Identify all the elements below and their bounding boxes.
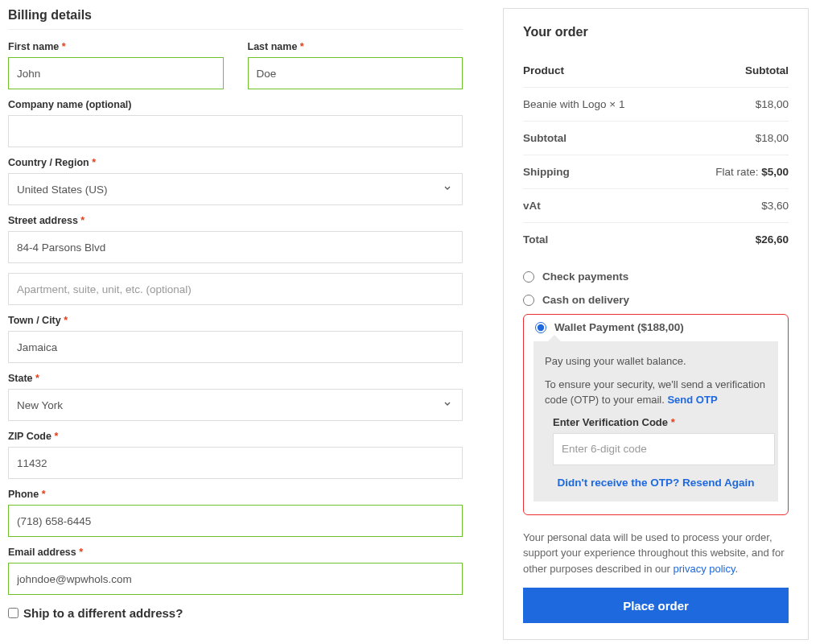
email-label: Email address *: [8, 547, 463, 558]
billing-details-form: Billing details First name * Last name *…: [8, 8, 463, 640]
resend-otp-link[interactable]: Didn't receive the OTP? Resend Again: [557, 477, 754, 489]
street-label: Street address *: [8, 215, 463, 226]
col-subtotal: Subtotal: [745, 64, 789, 76]
privacy-notice: Your personal data will be used to proce…: [523, 530, 789, 577]
total-amount: $26,60: [756, 233, 789, 246]
state-label: State *: [8, 373, 463, 384]
radio-check[interactable]: [523, 271, 534, 283]
subtotal-label: Subtotal: [523, 132, 566, 144]
city-label: Town / City *: [8, 315, 463, 326]
ship-different-label[interactable]: Ship to a different address?: [23, 606, 183, 620]
pay-option-wallet[interactable]: Wallet Payment ($188,00): [524, 315, 788, 336]
ship-different-checkbox[interactable]: [8, 608, 19, 618]
chevron-down-icon: [443, 184, 452, 196]
otp-input[interactable]: [553, 433, 775, 465]
subtotal-amount: $18,00: [756, 132, 789, 144]
company-input[interactable]: [8, 115, 463, 147]
email-input[interactable]: [8, 563, 463, 595]
state-value: New York: [17, 399, 63, 411]
pay-cod-label: Cash on delivery: [542, 294, 629, 306]
country-label: Country / Region *: [8, 157, 463, 168]
pay-wallet-label: Wallet Payment ($188,00): [554, 321, 684, 333]
country-value: United States (US): [17, 184, 108, 196]
last-name-label: Last name *: [248, 41, 464, 52]
radio-cod[interactable]: [523, 295, 534, 306]
last-name-input[interactable]: [248, 57, 464, 89]
wallet-desc: Pay using your wallet balance.: [545, 354, 767, 369]
country-select[interactable]: United States (US): [8, 173, 463, 205]
line-item-amount: $18,00: [756, 98, 789, 110]
send-otp-link[interactable]: Send OTP: [667, 394, 717, 406]
pay-option-cod[interactable]: Cash on delivery: [523, 291, 789, 309]
city-input[interactable]: [8, 331, 463, 363]
vat-amount: $3,60: [761, 200, 789, 212]
place-order-button[interactable]: Place order: [523, 588, 789, 623]
phone-label: Phone *: [8, 489, 463, 500]
zip-label: ZIP Code *: [8, 431, 463, 442]
vat-label: vAt: [523, 200, 541, 212]
phone-input[interactable]: [8, 505, 463, 537]
col-product: Product: [523, 64, 564, 76]
address2-input[interactable]: [8, 273, 463, 305]
order-summary-panel: Your order Product Subtotal Beanie with …: [503, 8, 809, 640]
wallet-payment-box: Wallet Payment ($188,00) Pay using your …: [523, 314, 789, 515]
order-table: Product Subtotal Beanie with Logo × 1 $1…: [523, 54, 789, 256]
wallet-body: Pay using your wallet balance. To ensure…: [534, 341, 778, 502]
address1-input[interactable]: [8, 231, 463, 263]
company-label: Company name (optional): [8, 99, 463, 110]
otp-label: Enter Verification Code *: [553, 416, 767, 428]
state-select[interactable]: New York: [8, 389, 463, 421]
shipping-amount: Flat rate: $5,00: [715, 166, 789, 178]
first-name-input[interactable]: [8, 57, 224, 89]
wallet-security: To ensure your security, we'll send a ve…: [545, 378, 767, 408]
privacy-policy-link[interactable]: privacy policy: [673, 563, 735, 575]
first-name-label: First name *: [8, 41, 224, 52]
chevron-down-icon: [443, 399, 452, 411]
order-title: Your order: [523, 25, 789, 39]
billing-title: Billing details: [8, 8, 463, 30]
radio-wallet[interactable]: [535, 322, 546, 333]
line-item-name: Beanie with Logo × 1: [523, 98, 624, 110]
pay-option-check[interactable]: Check payments: [523, 267, 789, 286]
total-label: Total: [523, 233, 548, 246]
zip-input[interactable]: [8, 447, 463, 479]
pay-check-label: Check payments: [542, 270, 628, 283]
shipping-label: Shipping: [523, 166, 570, 178]
payment-methods: Check payments Cash on delivery Wallet P…: [523, 267, 789, 515]
